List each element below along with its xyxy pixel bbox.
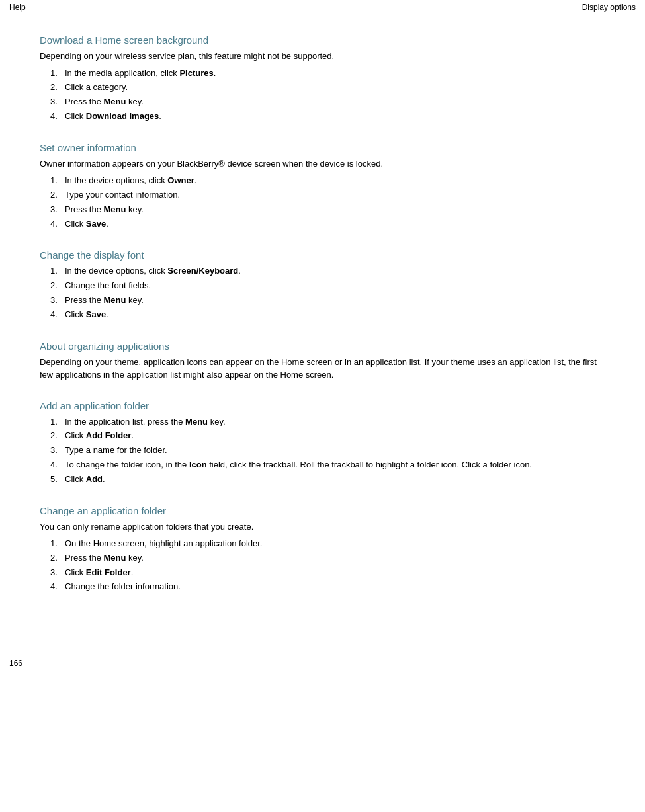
section-title: About organizing applications	[40, 341, 605, 352]
step-text: In the application list, press the Menu …	[65, 415, 605, 429]
section-add-application-folder: Add an application folder1.In the applic…	[40, 400, 605, 487]
section-download-home-screen-background: Download a Home screen backgroundDependi…	[40, 34, 605, 124]
section-title: Change the display font	[40, 249, 605, 261]
section-change-application-folder: Change an application folderYou can only…	[40, 505, 605, 594]
step-number: 3.	[40, 95, 65, 109]
step-number: 4.	[40, 458, 65, 472]
step-item: 1.In the media application, click Pictur…	[40, 67, 605, 81]
step-text: Change the font fields.	[65, 279, 605, 293]
step-number: 1.	[40, 264, 65, 278]
step-number: 2.	[40, 429, 65, 443]
step-number: 1.	[40, 67, 65, 81]
step-text: In the device options, click Owner.	[65, 174, 605, 188]
section-intro: Owner information appears on your BlackB…	[40, 157, 605, 171]
section-title: Download a Home screen background	[40, 34, 605, 46]
step-item: 4.Click Save.	[40, 218, 605, 231]
step-item: 2.Click a category.	[40, 81, 605, 95]
step-number: 1.	[40, 415, 65, 429]
step-item: 2.Click Add Folder.	[40, 429, 605, 443]
step-number: 4.	[40, 218, 65, 231]
step-text: Press the Menu key.	[65, 294, 605, 307]
step-list: 1.In the device options, click Screen/Ke…	[40, 264, 605, 321]
step-text: To change the folder icon, in the Icon f…	[65, 458, 605, 472]
step-number: 2.	[40, 188, 65, 202]
section-intro: Depending on your theme, application ico…	[40, 356, 605, 382]
step-text: In the device options, click Screen/Keyb…	[65, 264, 605, 278]
step-item: 3.Press the Menu key.	[40, 95, 605, 109]
step-text: Press the Menu key.	[65, 203, 605, 217]
step-text: Click Save.	[65, 308, 605, 322]
step-item: 4.Click Save.	[40, 308, 605, 322]
step-text: Click Add Folder.	[65, 429, 605, 443]
step-item: 2.Change the font fields.	[40, 279, 605, 293]
step-item: 1.On the Home screen, highlight an appli…	[40, 537, 605, 551]
page-content: Download a Home screen backgroundDependi…	[0, 15, 645, 639]
step-item: 5.Click Add.	[40, 473, 605, 487]
step-number: 4.	[40, 308, 65, 322]
step-number: 3.	[40, 294, 65, 307]
step-text: Press the Menu key.	[65, 551, 605, 565]
step-text: Click Edit Folder.	[65, 566, 605, 580]
section-about-organizing-applications: About organizing applicationsDepending o…	[40, 341, 605, 382]
step-item: 3.Click Edit Folder.	[40, 566, 605, 580]
step-list: 1.On the Home screen, highlight an appli…	[40, 537, 605, 594]
step-number: 4.	[40, 110, 65, 124]
step-number: 1.	[40, 537, 65, 551]
step-item: 4.Click Download Images.	[40, 110, 605, 124]
step-item: 1.In the device options, click Owner.	[40, 174, 605, 188]
section-title: Set owner information	[40, 142, 605, 153]
step-text: On the Home screen, highlight an applica…	[65, 537, 605, 551]
section-change-display-font: Change the display font1.In the device o…	[40, 249, 605, 321]
page-header: Help Display options	[0, 0, 645, 15]
step-number: 1.	[40, 174, 65, 188]
step-item: 3.Press the Menu key.	[40, 203, 605, 217]
step-number: 2.	[40, 279, 65, 293]
step-number: 2.	[40, 551, 65, 565]
section-set-owner-information: Set owner informationOwner information a…	[40, 142, 605, 231]
header-right: Display options	[582, 3, 636, 12]
step-item: 3.Type a name for the folder.	[40, 444, 605, 458]
step-number: 2.	[40, 81, 65, 95]
header-left: Help	[9, 3, 26, 12]
step-text: Click Save.	[65, 218, 605, 231]
step-text: Press the Menu key.	[65, 95, 605, 109]
step-item: 2.Type your contact information.	[40, 188, 605, 202]
step-number: 5.	[40, 473, 65, 487]
step-item: 1.In the application list, press the Men…	[40, 415, 605, 429]
section-intro: Depending on your wireless service plan,…	[40, 50, 605, 63]
step-list: 1.In the application list, press the Men…	[40, 415, 605, 487]
step-number: 4.	[40, 580, 65, 594]
section-intro: You can only rename application folders …	[40, 520, 605, 534]
step-text: Click a category.	[65, 81, 605, 95]
page-number: 166	[9, 659, 22, 668]
step-list: 1.In the media application, click Pictur…	[40, 67, 605, 124]
step-number: 3.	[40, 444, 65, 458]
step-number: 3.	[40, 203, 65, 217]
step-item: 1.In the device options, click Screen/Ke…	[40, 264, 605, 278]
page-footer: 166	[0, 652, 645, 674]
step-text: Click Add.	[65, 473, 605, 487]
step-text: Type a name for the folder.	[65, 444, 605, 458]
step-list: 1.In the device options, click Owner.2.T…	[40, 174, 605, 231]
step-item: 2.Press the Menu key.	[40, 551, 605, 565]
section-title: Change an application folder	[40, 505, 605, 516]
step-item: 3.Press the Menu key.	[40, 294, 605, 307]
step-item: 4.To change the folder icon, in the Icon…	[40, 458, 605, 472]
step-item: 4.Change the folder information.	[40, 580, 605, 594]
step-text: Change the folder information.	[65, 580, 605, 594]
section-title: Add an application folder	[40, 400, 605, 411]
step-text: In the media application, click Pictures…	[65, 67, 605, 81]
step-text: Type your contact information.	[65, 188, 605, 202]
step-text: Click Download Images.	[65, 110, 605, 124]
step-number: 3.	[40, 566, 65, 580]
